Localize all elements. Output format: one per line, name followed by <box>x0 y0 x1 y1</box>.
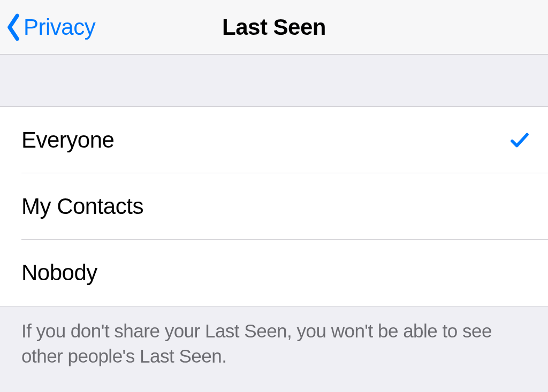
nav-bar: Privacy Last Seen <box>0 0 548 55</box>
option-label: Nobody <box>21 260 527 286</box>
back-button[interactable]: Privacy <box>5 0 95 54</box>
page-title: Last Seen <box>222 14 326 40</box>
option-everyone[interactable]: Everyone <box>0 107 548 173</box>
option-my-contacts[interactable]: My Contacts <box>0 173 548 240</box>
option-nobody[interactable]: Nobody <box>0 240 548 306</box>
checkmark-icon <box>508 129 531 151</box>
back-label: Privacy <box>24 14 95 40</box>
option-label: My Contacts <box>21 194 527 219</box>
option-list: Everyone My Contacts Nobody <box>0 107 548 306</box>
section-spacer <box>0 55 548 107</box>
option-label: Everyone <box>21 127 508 153</box>
footer-note: If you don't share your Last Seen, you w… <box>0 306 548 381</box>
chevron-left-icon <box>5 13 21 41</box>
